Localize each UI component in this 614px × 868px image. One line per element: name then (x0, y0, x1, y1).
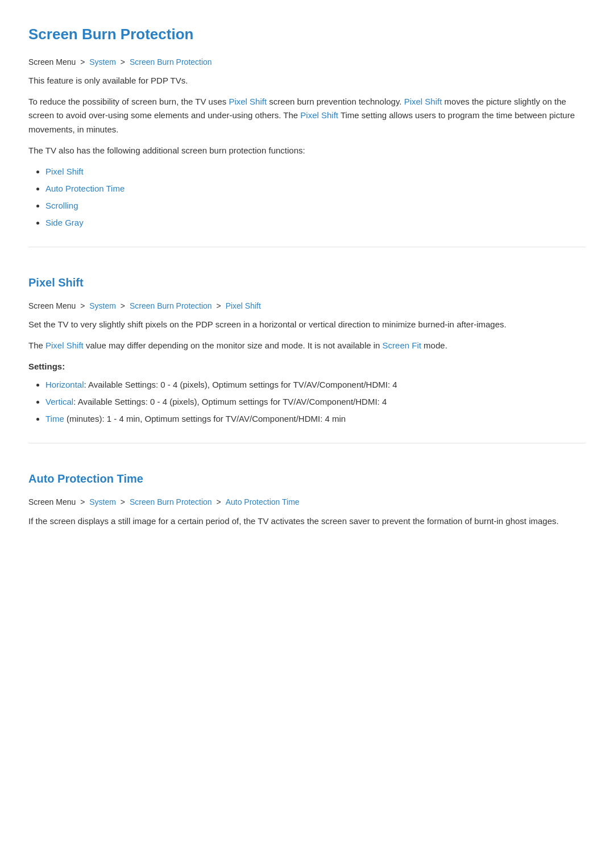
bc-link-system-2[interactable]: System (89, 301, 116, 310)
breadcrumb-link-system[interactable]: System (89, 57, 116, 67)
section-divider-1 (28, 247, 586, 247)
bc-sep-3c: > (217, 497, 223, 506)
bc-sep-3a: > (80, 497, 87, 506)
feature-list: Pixel Shift Auto Protection Time Scrolli… (45, 165, 586, 230)
link-pixel-shift-3[interactable]: Pixel Shift (300, 110, 338, 120)
auto-protection-desc: If the screen displays a still image for… (28, 514, 586, 529)
intro-line3: The TV also has the following additional… (28, 144, 586, 158)
link-feature-side-gray[interactable]: Side Gray (45, 218, 84, 227)
link-setting-vertical[interactable]: Vertical (45, 397, 73, 406)
setting-horizontal: Horizontal: Available Settings: 0 - 4 (p… (45, 378, 586, 392)
intro-line1: This feature is only available for PDP T… (28, 74, 586, 88)
link-pixel-shift-1[interactable]: Pixel Shift (229, 97, 267, 106)
section-title-auto-protection: Auto Protection Time (28, 464, 586, 488)
bc-prefix-3: Screen Menu (28, 497, 76, 506)
breadcrumb-pixel-shift: Screen Menu > System > Screen Burn Prote… (28, 300, 586, 312)
link-feature-scrolling[interactable]: Scrolling (45, 201, 78, 210)
link-setting-time[interactable]: Time (45, 414, 64, 423)
setting-vertical-text: : Available Settings: 0 - 4 (pixels), Op… (73, 397, 387, 406)
link-feature-pixel-shift[interactable]: Pixel Shift (45, 167, 84, 176)
pixel-shift-settings-list: Horizontal: Available Settings: 0 - 4 (p… (45, 378, 586, 426)
section-title-pixel-shift: Pixel Shift (28, 268, 586, 292)
link-setting-horizontal[interactable]: Horizontal (45, 380, 84, 389)
list-item-auto-protection: Auto Protection Time (45, 182, 586, 196)
list-item-scrolling: Scrolling (45, 199, 586, 213)
bc-sep-2b: > (121, 301, 127, 310)
intro-line2: To reduce the possibility of screen burn… (28, 95, 586, 137)
setting-vertical: Vertical: Available Settings: 0 - 4 (pix… (45, 395, 586, 409)
breadcrumb-sep-1: > (80, 57, 87, 67)
settings-label: Settings: (28, 360, 586, 374)
list-item-side-gray: Side Gray (45, 216, 586, 230)
bc-link-burn-3[interactable]: Screen Burn Protection (130, 497, 212, 506)
bc-sep-2c: > (217, 301, 223, 310)
breadcrumb-top: Screen Menu > System > Screen Burn Prote… (28, 56, 586, 68)
pixel-shift-desc2: The Pixel Shift value may differ dependi… (28, 339, 586, 353)
pixel-shift-desc1: Set the TV to very slightly shift pixels… (28, 318, 586, 332)
bc-sep-3b: > (121, 497, 127, 506)
section-divider-2 (28, 443, 586, 443)
setting-horizontal-text: : Available Settings: 0 - 4 (pixels), Op… (84, 380, 397, 389)
breadcrumb-prefix: Screen Menu (28, 57, 76, 67)
link-screen-fit[interactable]: Screen Fit (383, 340, 421, 350)
bc-link-pixel-shift-2[interactable]: Pixel Shift (226, 301, 261, 310)
bc-link-auto-protection[interactable]: Auto Protection Time (226, 497, 300, 506)
link-pixel-shift-2[interactable]: Pixel Shift (404, 97, 442, 106)
bc-link-burn-2[interactable]: Screen Burn Protection (130, 301, 212, 310)
bc-prefix-2: Screen Menu (28, 301, 76, 310)
setting-time-text: (minutes): 1 - 4 min, Optimum settings f… (64, 414, 346, 423)
breadcrumb-sep-2: > (121, 57, 127, 67)
bc-sep-2a: > (80, 301, 87, 310)
breadcrumb-link-screen-burn[interactable]: Screen Burn Protection (130, 57, 212, 67)
link-pixel-shift-desc[interactable]: Pixel Shift (45, 340, 84, 350)
list-item-pixel-shift: Pixel Shift (45, 165, 586, 178)
setting-time: Time (minutes): 1 - 4 min, Optimum setti… (45, 412, 586, 426)
page-title: Screen Burn Protection (28, 23, 586, 47)
breadcrumb-auto-protection: Screen Menu > System > Screen Burn Prote… (28, 496, 586, 508)
bc-link-system-3[interactable]: System (89, 497, 116, 506)
link-feature-auto-protection[interactable]: Auto Protection Time (45, 184, 125, 193)
